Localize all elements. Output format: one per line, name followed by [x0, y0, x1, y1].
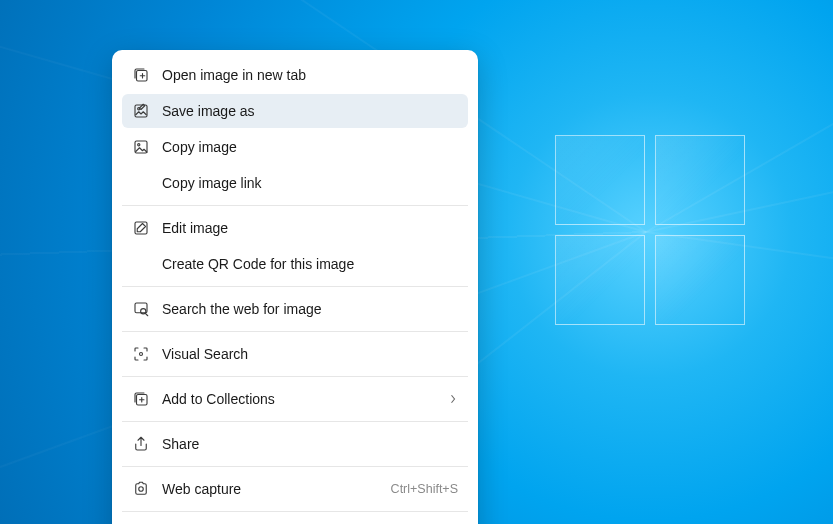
separator — [122, 376, 468, 377]
separator — [122, 466, 468, 467]
chevron-right-icon — [448, 394, 458, 404]
menu-item-edit-image[interactable]: Edit image — [122, 211, 468, 245]
menu-item-label: Web capture — [162, 481, 383, 497]
windows-logo — [555, 135, 745, 325]
menu-item-label: Search the web for image — [162, 301, 458, 317]
menu-item-open-image-new-tab[interactable]: Open image in new tab — [122, 58, 468, 92]
menu-item-search-web[interactable]: Search the web for image — [122, 292, 468, 326]
menu-item-label: Share — [162, 436, 458, 452]
visual-search-icon — [128, 345, 154, 363]
menu-item-visual-search[interactable]: Visual Search — [122, 337, 468, 371]
menu-item-label: Save image as — [162, 103, 458, 119]
menu-item-create-qr[interactable]: Create QR Code for this image — [122, 247, 468, 281]
menu-item-copy-image-link[interactable]: Copy image link — [122, 166, 468, 200]
menu-item-label: Copy image — [162, 139, 458, 155]
menu-item-label: Visual Search — [162, 346, 458, 362]
edit-image-icon — [128, 219, 154, 237]
svg-point-4 — [138, 144, 140, 146]
separator — [122, 511, 468, 512]
svg-point-8 — [140, 353, 143, 356]
menu-item-inspect[interactable]: Inspect — [122, 517, 468, 524]
separator — [122, 421, 468, 422]
separator — [122, 286, 468, 287]
web-capture-icon — [128, 480, 154, 498]
menu-item-copy-image[interactable]: Copy image — [122, 130, 468, 164]
svg-rect-5 — [135, 222, 147, 234]
menu-item-label: Open image in new tab — [162, 67, 458, 83]
menu-item-save-image-as[interactable]: Save image as — [122, 94, 468, 128]
menu-item-share[interactable]: Share — [122, 427, 468, 461]
copy-image-icon — [128, 138, 154, 156]
menu-item-label: Copy image link — [162, 175, 458, 191]
menu-item-web-capture[interactable]: Web capture Ctrl+Shift+S — [122, 472, 468, 506]
menu-item-add-to-collections[interactable]: Add to Collections — [122, 382, 468, 416]
separator — [122, 331, 468, 332]
share-icon — [128, 435, 154, 453]
search-image-icon — [128, 300, 154, 318]
new-tab-icon — [128, 66, 154, 84]
menu-item-shortcut: Ctrl+Shift+S — [391, 482, 458, 496]
collections-icon — [128, 390, 154, 408]
save-image-icon — [128, 102, 154, 120]
menu-item-label: Edit image — [162, 220, 458, 236]
separator — [122, 205, 468, 206]
menu-item-label: Create QR Code for this image — [162, 256, 458, 272]
menu-item-label: Add to Collections — [162, 391, 448, 407]
context-menu: Open image in new tab Save image as Copy… — [112, 50, 478, 524]
svg-point-10 — [139, 487, 144, 492]
